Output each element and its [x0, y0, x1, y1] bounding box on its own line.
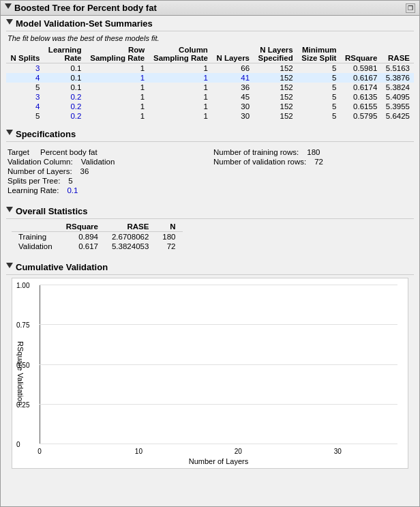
specs-right: Number of training rows: 180 Number of v…	[213, 147, 412, 195]
validation-table: N Splits LearningRate RowSampling Rate C…	[6, 45, 414, 121]
table-row: 4	[6, 73, 44, 83]
stats-row-rsquare: 0.617	[59, 242, 105, 251]
ytick-0: 0	[16, 441, 20, 448]
table-row: 1	[149, 83, 212, 92]
table-row: 5.6425	[381, 111, 414, 121]
table-row: 1	[85, 63, 149, 74]
table-row: 5	[297, 63, 341, 74]
table-row: 5	[297, 92, 341, 102]
col-nlayersspec: N LayersSpecified	[254, 45, 297, 63]
table-row: 0.1	[44, 83, 85, 92]
specs-left: Target Percent body fat Validation Colum…	[7, 147, 207, 195]
cv-title: Cumulative Validation	[16, 262, 108, 272]
table-row: 5.5163	[381, 63, 414, 74]
xtick-20: 20	[235, 448, 242, 455]
cv-collapse-icon[interactable]	[6, 263, 13, 272]
col-nsplits: N Splits	[6, 45, 44, 63]
col-learning: LearningRate	[44, 45, 85, 63]
table-row: 41	[212, 73, 254, 83]
cumulative-validation-section: Cumulative Validation RSquare Validation…	[1, 259, 419, 477]
ytick-050: 0.50	[16, 361, 29, 368]
table-row: 5.3876	[381, 73, 414, 83]
collapse-icon[interactable]	[5, 3, 12, 12]
xtick-10: 10	[135, 448, 142, 455]
os-collapse-icon[interactable]	[6, 207, 13, 216]
col-nlayers: N Layers	[212, 45, 254, 63]
table-row: 66	[212, 63, 254, 74]
specs-collapse-icon[interactable]	[6, 130, 13, 139]
title-left: Boosted Tree for Percent body fat	[5, 3, 157, 13]
table-row: 4	[6, 102, 44, 111]
table-row: 0.6135	[340, 92, 381, 102]
table-row: 0.6167	[340, 73, 381, 83]
table-row: 5	[297, 83, 341, 92]
resize-button[interactable]: ❐	[406, 3, 415, 13]
table-row: 3	[6, 92, 44, 102]
overall-stats-header: Overall Statistics	[6, 203, 414, 219]
table-row: 30	[212, 111, 254, 121]
table-row: 152	[254, 102, 297, 111]
col-rase: RASE	[381, 45, 414, 63]
stats-row-rase: 2.6708062	[105, 232, 155, 242]
table-row: 5	[297, 111, 341, 121]
cv-header: Cumulative Validation	[6, 259, 414, 275]
table-row: 1	[85, 83, 149, 92]
table-row: 152	[254, 92, 297, 102]
table-row: 152	[254, 111, 297, 121]
table-row: 1	[149, 111, 212, 121]
table-row: 5.3824	[381, 83, 414, 92]
xtick-0: 0	[38, 448, 42, 455]
num-layers-label: Number of Layers:	[7, 167, 72, 175]
table-row: 30	[212, 102, 254, 111]
table-row: 1	[85, 102, 149, 111]
mv-collapse-icon[interactable]	[6, 19, 13, 28]
spec-numlayers: Number of Layers: 36	[7, 166, 207, 176]
target-value: Percent body fat	[40, 148, 97, 156]
table-row: 3	[6, 63, 44, 74]
training-rows-value: 180	[307, 148, 320, 156]
spec-valrows: Number of validation rows: 72	[213, 157, 412, 166]
table-row: 5	[297, 73, 341, 83]
table-row: 152	[254, 73, 297, 83]
x-axis-label: Number of Layers	[40, 457, 397, 465]
ytick-075: 0.75	[16, 321, 29, 329]
chart-area: RSquare Validation 0 0.25 0.50 0.75 1.00	[12, 278, 408, 469]
table-row: 0.2	[44, 92, 85, 102]
stats-row-label: Validation	[12, 242, 59, 251]
stats-col-rase: RASE	[105, 222, 155, 232]
val-rows-value: 72	[314, 158, 323, 166]
learning-value: 0.1	[67, 186, 78, 194]
table-row: 0.2	[44, 102, 85, 111]
specs-grid: Target Percent body fat Validation Colum…	[6, 145, 414, 198]
splits-label: Splits per Tree:	[7, 177, 60, 185]
spec-learning: Learning Rate: 0.1	[7, 186, 207, 195]
table-row: 0.5981	[340, 63, 381, 74]
stats-row-n: 72	[155, 242, 182, 251]
splits-value: 5	[68, 177, 72, 185]
table-row: 5	[6, 111, 44, 121]
stats-col-n: N	[155, 222, 182, 232]
specs-title: Specifications	[16, 129, 76, 139]
table-row: 0.6155	[340, 102, 381, 111]
table-row: 1	[149, 102, 212, 111]
table-row: 0.2	[44, 111, 85, 121]
num-layers-value: 36	[80, 167, 89, 175]
outer-panel: Boosted Tree for Percent body fat ❐ Mode…	[0, 0, 420, 507]
col-colsamp: ColumnSampling Rate	[149, 45, 212, 63]
training-rows-label: Number of training rows:	[213, 148, 299, 156]
overall-stats-section: Overall Statistics RSquare RASE N Traini…	[1, 203, 419, 259]
chart-svg	[40, 285, 397, 444]
spec-splits: Splits per Tree: 5	[7, 176, 207, 186]
table-row: 0.5795	[340, 111, 381, 121]
stats-table: RSquare RASE N Training 0.894 2.6708062 …	[12, 222, 183, 251]
table-row: 1	[85, 111, 149, 121]
chart-plot-area: 0 0.25 0.50 0.75 1.00 0 10 20 30	[40, 285, 397, 444]
spec-validation: Validation Column: Validation	[7, 157, 207, 166]
target-label: Target	[7, 148, 29, 156]
val-rows-label: Number of validation rows:	[213, 158, 306, 166]
table-row: 5	[297, 102, 341, 111]
table-row: 0.1	[44, 63, 85, 74]
table-row: 5	[6, 83, 44, 92]
table-row: 5.3955	[381, 102, 414, 111]
table-row: 1	[149, 63, 212, 74]
